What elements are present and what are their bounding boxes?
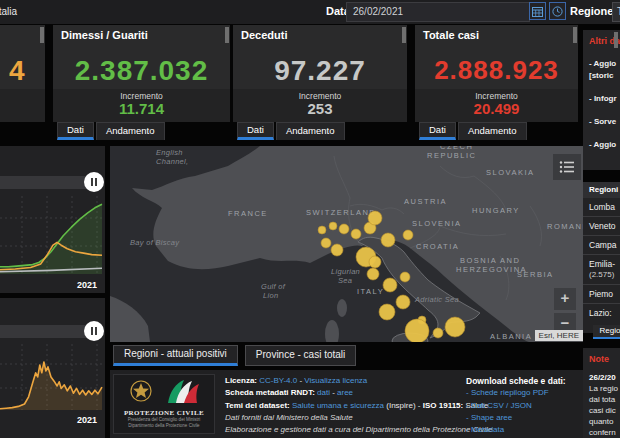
region-row-campania[interactable]: Campa <box>583 235 620 254</box>
map-bubble[interactable] <box>396 295 410 309</box>
note-text-line: La regio <box>589 383 620 394</box>
license-label: Licenza: <box>225 376 257 385</box>
map-label: SERBIA <box>517 270 554 279</box>
zoom-in-button[interactable]: + <box>554 288 576 310</box>
panel-note: Note 26/2/20 La regio dal tota casi dic … <box>583 348 620 438</box>
map-bubble[interactable] <box>339 224 349 234</box>
new-cases-line-chart <box>0 344 105 414</box>
map-label: FRANCE <box>228 209 268 218</box>
map-bubble[interactable] <box>405 319 429 342</box>
card-title: Totale casi <box>423 29 479 41</box>
tab-province-casi-totali[interactable]: Province - casi totali <box>245 345 356 366</box>
download-metadata-link[interactable]: - Metadata <box>466 424 581 436</box>
altri-link-aggiornamenti[interactable]: - Aggio <box>589 59 620 69</box>
card-tabs: Dati Andamento <box>419 122 527 140</box>
map-bubble[interactable] <box>400 272 410 282</box>
map-label: SLOVENIA <box>412 219 462 228</box>
salute-link[interactable]: Salute umana e sicurezza <box>292 401 384 410</box>
note-text-line: confern <box>589 427 620 438</box>
license-block: Licenza: CC-BY-4.0 - Visualizza licenza … <box>225 375 463 436</box>
scrollbar-thumb[interactable] <box>402 27 406 43</box>
map-corsica <box>337 299 347 317</box>
tab-regioni-attuali-positivi[interactable]: Regioni - attuali positivi <box>113 345 238 366</box>
chart-area-nuovi-positivi <box>0 362 102 410</box>
temi-label: Temi del dataset: <box>225 401 290 410</box>
tab-andamento[interactable]: Andamento <box>458 122 527 140</box>
tab-dati[interactable]: Dati <box>57 122 94 140</box>
chart-header-strip <box>0 176 88 189</box>
map-bubble[interactable] <box>403 230 413 240</box>
map-label: CROATIA <box>416 242 459 251</box>
map-bubble[interactable] <box>331 244 343 256</box>
region-name: Emilia- <box>589 259 615 269</box>
download-schede-pdf-link[interactable]: - Schede riepilogo PDF <box>466 387 581 399</box>
scrollbar-thumb[interactable] <box>573 27 577 43</box>
note-text-line: quanto <box>589 416 620 427</box>
protezione-civile-logo: PROTEZIONE CIVILE Presidenza del Consigl… <box>113 374 215 434</box>
region-row-lombardia[interactable]: Lomba <box>583 198 620 216</box>
card-tabs: Dati Andamento <box>237 122 345 140</box>
calendar-button[interactable] <box>529 2 546 20</box>
tab-dati[interactable]: Dati <box>237 122 274 140</box>
region-value: (2.575) <box>589 270 614 279</box>
clock-icon <box>552 6 563 17</box>
map-label: Ligurian <box>331 267 360 276</box>
region-row-piemonte[interactable]: Piemo <box>583 284 620 303</box>
separator: - <box>330 388 337 397</box>
tab-andamento[interactable]: Andamento <box>96 122 165 140</box>
dati-link[interactable]: dati <box>317 388 330 397</box>
x-axis-label: 2021 <box>35 415 97 425</box>
map-bubble[interactable] <box>369 256 381 268</box>
altri-link-sorveglianza[interactable]: - Sorve <box>589 117 620 127</box>
card-increment: Incremento 11.714 <box>53 89 230 122</box>
tab-andamento[interactable]: Andamento <box>276 122 345 140</box>
tab-dati[interactable]: Dati <box>419 122 456 140</box>
carousel-pause-button[interactable] <box>84 172 104 192</box>
altri-link-infografica[interactable]: - Infogr <box>589 94 620 104</box>
map-bubble[interactable] <box>445 317 465 337</box>
download-shape-aree-link[interactable]: - Shape aree <box>466 412 581 424</box>
card-value: 97.227 <box>233 55 407 87</box>
region-row-veneto[interactable]: Veneto <box>583 216 620 235</box>
region-select[interactable]: Tutte <box>612 2 620 22</box>
license-link[interactable]: CC-BY-4.0 <box>259 376 297 385</box>
scrollbar-thumb[interactable] <box>40 27 44 43</box>
map-bubble[interactable] <box>433 328 443 338</box>
carousel-pause-button[interactable] <box>84 321 104 341</box>
region-row-lazio[interactable]: Lazio: <box>583 303 620 322</box>
map-bubble[interactable] <box>321 238 331 248</box>
map-bubble[interactable] <box>329 222 337 230</box>
date-input[interactable]: 26/02/2021 <box>346 2 530 22</box>
card-value: 2.387.032 <box>53 55 230 87</box>
region-row-emilia[interactable]: Emilia-(2.575) <box>583 254 620 284</box>
note-heading: Note <box>589 354 620 364</box>
tab-regioni[interactable]: Regio <box>593 325 620 339</box>
map-label: Lion <box>263 291 278 300</box>
altri-link-aggiornamento[interactable]: - Aggio <box>589 140 620 150</box>
separator: (Inspire) - <box>384 401 423 410</box>
map-bubble[interactable] <box>368 211 382 225</box>
aree-link[interactable]: aree <box>337 388 353 397</box>
scrollbar-thumb[interactable] <box>614 32 618 48</box>
download-heading: Download schede e dati: <box>466 375 581 387</box>
chart-area-dimessi-guariti <box>0 204 102 274</box>
license-line-2: Scheda metadati RNDT: dati - aree <box>225 387 463 399</box>
scrollbar-thumb[interactable] <box>225 27 229 43</box>
clock-button[interactable] <box>549 2 566 20</box>
visualizza-licenza-link[interactable]: Visualizza licenza <box>304 376 367 385</box>
map-label: ALBANIA <box>490 332 532 341</box>
map-bubble[interactable] <box>381 233 395 247</box>
map-bubble[interactable] <box>367 268 379 280</box>
legend-button[interactable] <box>553 154 581 180</box>
altri-link-aggiornamenti-2[interactable]: [storic <box>589 71 620 81</box>
map-panel[interactable]: EnglishChannel,Bay of BiscayFRANCESWITZE… <box>110 146 583 342</box>
download-csv-json-link[interactable]: - Dati CSV / JSON <box>466 400 581 412</box>
map-bubble[interactable] <box>318 226 326 234</box>
map-label: BOSNIA AND <box>460 256 520 265</box>
map-bubble[interactable] <box>379 304 395 320</box>
map-bubble[interactable] <box>351 229 361 239</box>
map-label: Bay of Biscay <box>130 238 180 247</box>
map-bubble[interactable] <box>383 278 397 292</box>
map-label: Channel, <box>156 157 188 166</box>
map-label: SLOVAKIA <box>486 168 535 177</box>
